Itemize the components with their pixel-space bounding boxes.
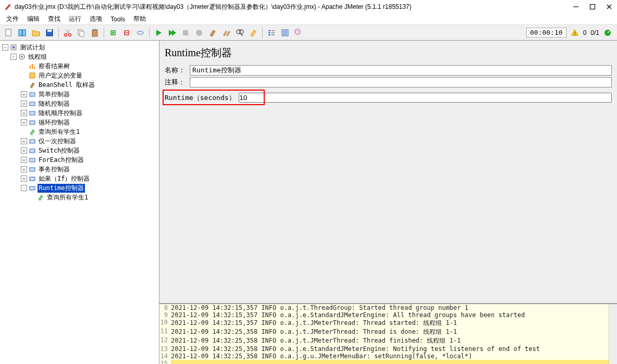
svg-rect-8 [47, 30, 52, 32]
svg-rect-5 [19, 30, 22, 36]
svg-rect-54 [30, 140, 35, 143]
svg-rect-47 [32, 64, 33, 69]
templates-button[interactable] [16, 27, 29, 39]
menu-file[interactable]: 文件 [3, 14, 22, 24]
app-icon [4, 3, 11, 10]
start-no-pause-button[interactable] [166, 27, 178, 39]
tree-node-5[interactable]: +随机顺序控制器 [0, 108, 159, 118]
menu-options[interactable]: 选项 [87, 14, 105, 24]
svg-rect-29 [268, 34, 270, 35]
minimize-button[interactable] [572, 3, 579, 10]
menubar: 文件 编辑 查找 运行 选项 Tools 帮助 [0, 14, 617, 25]
paste-button[interactable] [89, 27, 101, 39]
log-line: 142021-12-09 14:32:25,358 INFO o.a.j.g.u… [159, 353, 617, 360]
log-pane[interactable]: 82021-12-09 14:32:15,357 INFO o.a.j.t.Th… [159, 304, 617, 364]
reset-search-button[interactable] [247, 27, 260, 39]
toggle-button[interactable] [134, 27, 146, 39]
log-line: 92021-12-09 14:32:15,357 INFO o.a.j.e.St… [159, 311, 617, 319]
menu-tools[interactable]: Tools [107, 15, 128, 24]
name-label: 名称： [165, 66, 190, 75]
svg-rect-55 [30, 149, 35, 153]
open-button[interactable] [30, 27, 42, 39]
log-line: 122021-12-09 14:32:25,358 INFO o.a.j.t.J… [159, 336, 617, 345]
thread-count: 0/1 [590, 29, 599, 36]
tree-node-8[interactable]: +仅一次控制器 [0, 136, 159, 146]
editor-pane: Runtime控制器 名称： 注释： Runtime（seconds） [159, 41, 617, 304]
svg-rect-59 [30, 186, 35, 190]
warning-count: 0 [583, 29, 587, 36]
svg-rect-31 [272, 32, 275, 33]
svg-point-43 [13, 46, 15, 48]
tree-node-threadgroup[interactable]: −线程组 [0, 52, 159, 61]
tree-node-14[interactable]: 查询所有学生1 [0, 193, 159, 202]
function-helper-button[interactable] [265, 27, 278, 39]
svg-point-23 [196, 30, 202, 36]
warning-icon: ! [571, 29, 579, 37]
tree-node-3[interactable]: +简单控制器 [0, 90, 159, 99]
log-line: 82021-12-09 14:32:15,357 INFO o.a.j.t.Th… [159, 304, 617, 311]
tree-node-testplan[interactable]: −测试计划 [0, 43, 159, 52]
svg-rect-46 [30, 66, 31, 69]
what-button[interactable]: ? [292, 27, 305, 39]
copy-button[interactable] [75, 27, 88, 39]
svg-rect-22 [183, 30, 188, 35]
log-scrollbar[interactable] [609, 304, 617, 364]
svg-rect-48 [34, 67, 35, 69]
menu-edit[interactable]: 编辑 [24, 14, 43, 24]
log-line: 15 [159, 360, 617, 364]
close-button[interactable] [606, 3, 613, 10]
menu-search[interactable]: 查找 [45, 14, 64, 24]
clear-all-button[interactable] [220, 27, 232, 39]
log-line: 112021-12-09 14:32:25,358 INFO o.a.j.t.J… [159, 328, 617, 336]
comment-input[interactable] [190, 77, 612, 87]
maximize-button[interactable] [589, 3, 596, 10]
tree-pane[interactable]: −测试计划−线程组察看结果树用户定义的变量BeanShell 取样器+简单控制器… [0, 41, 159, 364]
svg-rect-6 [22, 30, 26, 36]
svg-rect-14 [80, 31, 84, 36]
svg-rect-27 [268, 30, 270, 31]
svg-text:!: ! [574, 31, 576, 36]
tree-node-7[interactable]: 查询所有学生1 [0, 127, 159, 136]
tree-node-0[interactable]: 察看结果树 [0, 61, 159, 71]
tree-node-12[interactable]: +如果（If）控制器 [0, 174, 159, 183]
tree-node-2[interactable]: BeanShell 取样器 [0, 80, 159, 90]
svg-text:?: ? [297, 30, 299, 34]
log-line: 102021-12-09 14:32:15,357 INFO o.a.j.t.J… [159, 319, 617, 328]
toolbar: ? 00:00:10 ! 0 0/1 [0, 25, 617, 41]
svg-rect-4 [6, 29, 11, 36]
tree-node-6[interactable]: +循环控制器 [0, 118, 159, 127]
svg-line-11 [66, 30, 70, 34]
svg-rect-57 [30, 168, 35, 171]
svg-rect-32 [272, 34, 275, 35]
tree-node-4[interactable]: +随机控制器 [0, 99, 159, 108]
tree-node-10[interactable]: +ForEach控制器 [0, 155, 159, 165]
svg-rect-30 [272, 30, 275, 31]
cut-button[interactable] [61, 27, 74, 39]
save-button[interactable] [43, 27, 56, 39]
tree-node-11[interactable]: +事务控制器 [0, 165, 159, 174]
shutdown-button[interactable] [193, 27, 205, 39]
help-button[interactable] [279, 27, 291, 39]
clear-button[interactable] [206, 27, 219, 39]
log-line: 132021-12-09 14:32:25,358 INFO o.a.j.e.S… [159, 345, 617, 353]
search-button[interactable] [233, 27, 246, 39]
new-button[interactable] [3, 27, 15, 39]
expand-button[interactable] [107, 27, 119, 39]
name-input[interactable] [190, 65, 612, 76]
svg-rect-56 [30, 158, 35, 162]
tree-node-13[interactable]: -Runtime控制器 [0, 183, 159, 193]
stop-button[interactable] [179, 27, 192, 39]
tree-node-1[interactable]: 用户定义的变量 [0, 71, 159, 80]
svg-rect-28 [268, 32, 270, 33]
menu-run[interactable]: 运行 [66, 14, 84, 24]
collapse-button[interactable] [120, 27, 133, 39]
runtime-input[interactable] [239, 93, 612, 103]
gauge-icon [603, 29, 612, 37]
menu-help[interactable]: 帮助 [130, 14, 149, 24]
svg-point-10 [69, 33, 71, 36]
start-button[interactable] [152, 27, 165, 39]
tree-node-9[interactable]: +Switch控制器 [0, 146, 159, 155]
svg-point-45 [21, 56, 23, 58]
svg-rect-52 [30, 111, 35, 115]
comment-label: 注释： [165, 78, 190, 87]
